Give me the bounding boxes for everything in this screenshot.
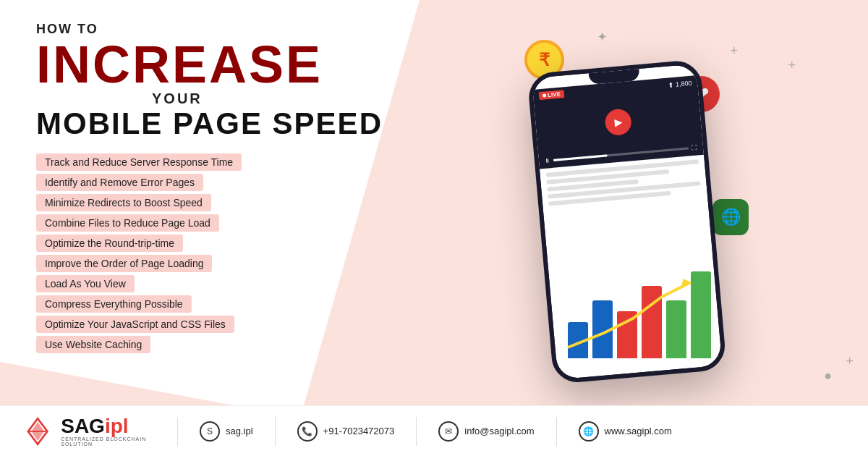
tip-item-7: Compress Everything Possible: [36, 295, 405, 313]
email-label: info@sagipl.com: [464, 426, 534, 436]
content-wrapper: HOW TO INCREASE YOUR MOBILE PAGE SPEED T…: [0, 0, 868, 456]
website-label: www.sagipl.com: [605, 426, 672, 436]
content-lines: [545, 159, 701, 206]
footer-divider-1: [177, 417, 178, 446]
live-badge: LIVE: [539, 90, 565, 100]
right-panel: + + ✦ + ● ❤ 🌐 ₹ f ▶: [434, 0, 868, 456]
phone-label: +91-7023472073: [323, 426, 395, 436]
tip-tag-8: Optimize Your JavaScript and CSS Files: [36, 316, 234, 333]
tip-tag-4: Optimize the Round-trip-time: [36, 235, 183, 252]
skype-contact: S sag.ipl: [189, 421, 264, 442]
logo-ipl: ipl: [105, 415, 129, 437]
website-icon: 🌐: [579, 421, 599, 442]
play-button[interactable]: ▶: [604, 108, 632, 136]
pause-icon: ⏸: [545, 157, 551, 164]
tip-tag-7: Compress Everything Possible: [36, 295, 192, 313]
footer-divider-3: [416, 417, 417, 446]
tip-tag-2: Minimize Redirects to Boost Speed: [36, 194, 211, 211]
decor-plus-2: +: [788, 58, 796, 73]
tip-tag-5: Improve the Order of Page Loading: [36, 255, 212, 272]
tip-tag-6: Load As You View: [36, 275, 135, 292]
tip-item-1: Identify and Remove Error Pages: [36, 174, 405, 191]
decor-dot: ●: [824, 368, 832, 384]
phone-video: LIVE ⬆ 1,800 ▶ ⏸ ⛶: [532, 75, 704, 169]
progress-fill: [553, 154, 608, 161]
mobile-page-speed-heading: MOBILE PAGE SPEED: [36, 107, 405, 140]
logo-name: SAGipl: [61, 416, 166, 436]
skype-label: sag.ipl: [226, 426, 253, 436]
tip-item-8: Optimize Your JavaScript and CSS Files: [36, 316, 405, 333]
skype-icon: S: [200, 421, 220, 442]
footer: SAGipl CENTRALIZED BLOCKCHAIN SOLUTION S…: [0, 405, 868, 456]
tip-tag-9: Use Website Caching: [36, 336, 150, 353]
tip-item-5: Improve the Order of Page Loading: [36, 255, 405, 272]
phone-container: ❤ 🌐 ₹ f ▶ ✉ LIVE: [524, 40, 756, 402]
live-dot: [542, 93, 546, 97]
decor-plus-4: +: [846, 354, 854, 369]
logo-area: SAGipl CENTRALIZED BLOCKCHAIN SOLUTION: [22, 413, 166, 449]
email-contact: ✉ info@sagipl.com: [427, 421, 545, 442]
tip-item-2: Minimize Redirects to Boost Speed: [36, 194, 405, 211]
view-count: ⬆ 1,800: [668, 79, 692, 88]
logo-sub: CENTRALIZED BLOCKCHAIN SOLUTION: [61, 436, 166, 447]
your-label: YOUR: [152, 90, 405, 107]
tip-item-3: Combine Files to Reduce Page Load: [36, 214, 405, 232]
left-panel: HOW TO INCREASE YOUR MOBILE PAGE SPEED T…: [0, 0, 434, 456]
chart-arrow-svg: [561, 275, 705, 362]
logo-text: SAGipl CENTRALIZED BLOCKCHAIN SOLUTION: [61, 416, 166, 447]
tip-item-4: Optimize the Round-trip-time: [36, 235, 405, 252]
website-contact: 🌐 www.sagipl.com: [568, 421, 683, 442]
logo-sag: SAG: [61, 415, 105, 437]
globe-icon: 🌐: [712, 199, 749, 235]
increase-heading: INCREASE: [36, 38, 405, 90]
tips-list: Track and Reduce Server Response TimeIde…: [36, 153, 405, 353]
logo-icon-svg: [22, 413, 54, 449]
tip-item-9: Use Website Caching: [36, 336, 405, 353]
tip-item-0: Track and Reduce Server Response Time: [36, 153, 405, 171]
expand-icon: ⛶: [692, 144, 698, 151]
phone-icon: 📞: [297, 421, 318, 442]
footer-divider-2: [275, 417, 276, 446]
email-icon: ✉: [438, 421, 459, 442]
tip-tag-1: Identify and Remove Error Pages: [36, 174, 203, 191]
how-to-label: HOW TO: [36, 22, 405, 37]
tip-tag-0: Track and Reduce Server Response Time: [36, 153, 242, 171]
tip-tag-3: Combine Files to Reduce Page Load: [36, 214, 219, 232]
footer-divider-4: [556, 417, 557, 446]
tip-item-6: Load As You View: [36, 275, 405, 292]
phone-contact: 📞 +91-7023472073: [286, 421, 406, 442]
